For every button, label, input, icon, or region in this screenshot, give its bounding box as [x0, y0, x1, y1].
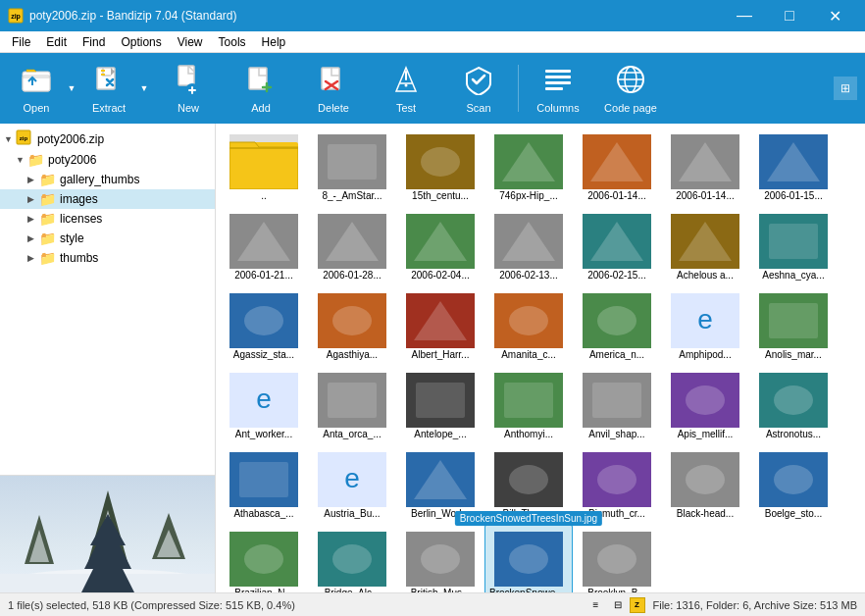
- file-item[interactable]: 2006-01-14...: [661, 128, 749, 207]
- file-item[interactable]: Bill_Thom...: [484, 445, 573, 525]
- file-item[interactable]: Agassiz_sta...: [220, 286, 308, 366]
- status-right: File: 1316, Folder: 6, Archive Size: 513…: [653, 599, 858, 611]
- tree-label: poty2006: [48, 153, 96, 167]
- file-item[interactable]: Brooklyn_B...: [573, 525, 661, 592]
- menu-help[interactable]: Help: [254, 33, 294, 51]
- tree-item-thumbs[interactable]: ▶ 📁 thumbs: [0, 248, 215, 268]
- file-item[interactable]: Boelge_sto...: [749, 445, 838, 525]
- svg-text:e: e: [697, 304, 713, 334]
- open-label: Open: [24, 102, 50, 114]
- file-item[interactable]: eAmphipod...: [661, 286, 749, 366]
- tree-item-gallery[interactable]: ▶ 📁 gallery_thumbs: [0, 170, 215, 189]
- file-item[interactable]: Antelope_...: [396, 366, 484, 445]
- file-name: 746px-Hip_...: [489, 189, 568, 202]
- columns-icon: [542, 64, 574, 100]
- menu-options[interactable]: Options: [113, 33, 169, 51]
- file-grid: ..8_-_AmStar...15th_centu...746px-Hip_..…: [220, 128, 861, 592]
- file-item[interactable]: 15th_centu...: [396, 128, 484, 207]
- file-name: Athabasca_...: [225, 507, 303, 520]
- new-button[interactable]: New: [153, 57, 224, 120]
- svg-rect-59: [769, 224, 818, 259]
- file-item[interactable]: Brazilian_N...: [220, 525, 308, 592]
- svg-rect-79: [416, 383, 465, 418]
- svg-text:e: e: [344, 463, 360, 493]
- file-item[interactable]: Achelous a...: [661, 207, 749, 286]
- grid-view-button[interactable]: ⊞: [834, 77, 857, 100]
- test-button[interactable]: Test: [371, 57, 441, 120]
- file-item[interactable]: 746px-Hip_...: [484, 128, 573, 207]
- file-name: 2006-02-15...: [578, 269, 656, 282]
- list-view-button[interactable]: ≡: [586, 596, 606, 614]
- file-name: Black-head...: [666, 507, 744, 520]
- file-item[interactable]: Black-head...: [661, 445, 749, 525]
- file-thumbnail: [583, 532, 651, 587]
- menu-file[interactable]: File: [4, 33, 38, 51]
- file-item[interactable]: Aeshna_cya...: [749, 207, 838, 286]
- svg-point-103: [244, 544, 283, 574]
- close-button[interactable]: ✕: [812, 0, 857, 31]
- menu-find[interactable]: Find: [75, 33, 113, 51]
- file-item[interactable]: Amanita_c...: [484, 286, 573, 366]
- file-item[interactable]: Anthomyi...: [484, 366, 573, 445]
- file-item[interactable]: Bridge_Alc...: [308, 525, 396, 592]
- file-item[interactable]: Anolis_mar...: [749, 286, 838, 366]
- file-item[interactable]: 2006-01-15...: [749, 128, 838, 207]
- file-item[interactable]: 2006-01-14...: [573, 128, 661, 207]
- extract-button[interactable]: Extract: [80, 57, 137, 120]
- file-item[interactable]: 2006-02-04...: [396, 207, 484, 286]
- file-item[interactable]: Anta_orca_...: [308, 366, 396, 445]
- tree-item-licenses[interactable]: ▶ 📁 licenses: [0, 209, 215, 229]
- file-item[interactable]: eAnt_worker...: [220, 366, 308, 445]
- file-name: Boelge_sto...: [754, 507, 833, 520]
- tree-item-images[interactable]: ▶ 📁 images: [0, 189, 215, 209]
- folder-icon: 📁: [27, 152, 44, 168]
- codepage-button[interactable]: Code page: [595, 57, 666, 120]
- tree-item-poty2006[interactable]: ▼ 📁 poty2006: [0, 150, 215, 170]
- file-thumbnail: [759, 452, 828, 507]
- menu-view[interactable]: View: [170, 33, 211, 51]
- file-item[interactable]: America_n...: [573, 286, 661, 366]
- file-item[interactable]: 2006-01-28...: [308, 207, 396, 286]
- tree-item-zip[interactable]: ▼ zip poty2006.zip: [0, 128, 215, 150]
- file-name: 2006-01-21...: [225, 269, 303, 282]
- details-view-button[interactable]: ⊟: [608, 596, 628, 614]
- file-thumbnail: [671, 373, 739, 428]
- file-item[interactable]: Astronotus...: [749, 366, 838, 445]
- file-item[interactable]: Apis_mellif...: [661, 366, 749, 445]
- svg-point-63: [332, 306, 372, 335]
- file-item[interactable]: Agasthiya...: [308, 286, 396, 366]
- maximize-button[interactable]: □: [767, 0, 812, 31]
- file-item[interactable]: 2006-02-13...: [484, 207, 573, 286]
- file-thumbnail: [229, 532, 298, 587]
- extract-arrow[interactable]: ▼: [137, 57, 151, 120]
- tree-item-style[interactable]: ▶ 📁 style: [0, 229, 215, 248]
- file-item[interactable]: 2006-01-21...: [220, 207, 308, 286]
- menu-edit[interactable]: Edit: [38, 33, 75, 51]
- file-item[interactable]: British_Mus...: [396, 525, 484, 592]
- file-item[interactable]: Berlin_Worl...: [396, 445, 484, 525]
- file-item[interactable]: BrockenSnowedTreesInSun.jpgBrockenSnowed…: [484, 525, 573, 592]
- svg-point-109: [509, 544, 548, 574]
- menu-tools[interactable]: Tools: [211, 33, 254, 51]
- add-button[interactable]: Add: [226, 57, 296, 120]
- open-arrow[interactable]: ▼: [65, 57, 78, 120]
- file-item[interactable]: ..: [220, 128, 308, 207]
- file-item[interactable]: 8_-_AmStar...: [308, 128, 396, 207]
- file-area[interactable]: ..8_-_AmStar...15th_centu...746px-Hip_..…: [216, 124, 865, 592]
- svg-rect-89: [239, 462, 288, 497]
- columns-button[interactable]: Columns: [523, 57, 593, 120]
- svg-point-105: [332, 544, 372, 574]
- file-item[interactable]: Albert_Harr...: [396, 286, 484, 366]
- file-item[interactable]: 2006-02-15...: [573, 207, 661, 286]
- minimize-button[interactable]: —: [722, 0, 767, 31]
- scan-button[interactable]: Scan: [443, 57, 514, 120]
- svg-rect-81: [504, 383, 553, 418]
- file-item[interactable]: eAustria_Bu...: [308, 445, 396, 525]
- open-button[interactable]: Open: [8, 57, 65, 120]
- file-thumbnail: [229, 452, 298, 507]
- file-item[interactable]: Bismuth_cr...: [573, 445, 661, 525]
- svg-rect-5: [101, 70, 105, 72]
- file-item[interactable]: Anvil_shap...: [573, 366, 661, 445]
- file-item[interactable]: Athabasca_...: [220, 445, 308, 525]
- delete-button[interactable]: Delete: [298, 57, 369, 120]
